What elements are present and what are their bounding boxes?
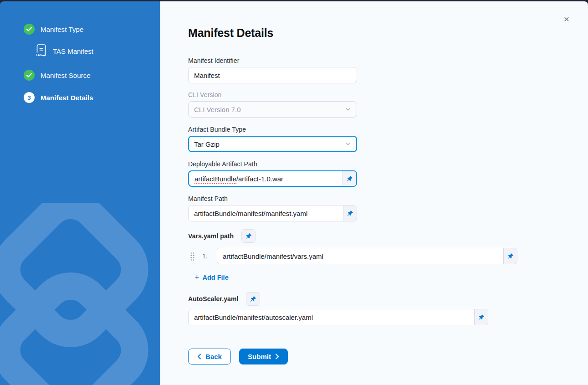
vars-yaml-header: Vars.yaml path — [188, 229, 588, 243]
vars-yaml-pin-button[interactable] — [241, 229, 256, 243]
submit-button[interactable]: Submit — [239, 349, 288, 364]
add-file-label: Add File — [203, 274, 229, 281]
chevron-down-icon — [345, 106, 351, 113]
step-number-badge: 3 — [24, 92, 35, 103]
misspelled-text: artifactBundle — [194, 175, 236, 184]
manifest-details-panel: × Manifest Details Manifest Identifier C… — [160, 1, 588, 385]
vars-yaml-input[interactable] — [217, 248, 503, 264]
submit-label: Submit — [248, 353, 271, 360]
cli-version-value: CLI Version 7.0 — [194, 106, 241, 113]
step-complete-check-icon — [24, 24, 35, 35]
cli-version-field: CLI Version CLI Version 7.0 — [188, 91, 357, 118]
pin-icon — [507, 253, 514, 260]
svg-text:TAS: TAS — [36, 53, 42, 56]
manifest-details-modal: Manifest Type TAS TAS Manifest — [0, 1, 588, 385]
chevron-left-icon — [197, 354, 201, 359]
autoscaler-label: AutoScaler.yaml — [188, 295, 238, 303]
autoscaler-input[interactable] — [189, 309, 474, 325]
page-title: Manifest Details — [188, 26, 588, 40]
deployable-artifact-path-input[interactable]: artifactBundle/artifact-1.0.war — [189, 171, 343, 186]
back-label: Back — [205, 353, 222, 360]
deployable-artifact-path-field: Deployable Artifact Path artifactBundle/… — [188, 160, 357, 187]
step-manifest-source[interactable]: Manifest Source — [24, 70, 160, 81]
autoscaler-header: AutoScaler.yaml — [188, 292, 588, 306]
step-label: Manifest Type — [41, 26, 83, 33]
autoscaler-pin-button[interactable] — [246, 292, 260, 306]
close-button[interactable]: × — [561, 13, 573, 25]
step-label: Manifest Source — [41, 72, 91, 79]
manifest-identifier-label: Manifest Identifier — [188, 57, 357, 64]
chevron-down-icon — [345, 141, 351, 147]
step-label: Manifest Details — [41, 94, 93, 102]
manifest-path-label: Manifest Path — [188, 195, 357, 202]
add-file-button[interactable]: + Add File — [194, 274, 229, 281]
manifest-identifier-input[interactable] — [188, 67, 357, 83]
plus-icon: + — [194, 274, 199, 281]
vars-yaml-row: 1. — [188, 248, 588, 264]
step-manifest-details[interactable]: 3 Manifest Details — [24, 92, 160, 103]
manifest-path-pin-button[interactable] — [343, 205, 357, 221]
chevron-right-icon — [275, 354, 279, 359]
sub-item-label: TAS Manifest — [53, 47, 93, 55]
artifact-bundle-type-label: Artifact Bundle Type — [188, 126, 357, 133]
deployable-artifact-path-label: Deployable Artifact Path — [188, 160, 357, 168]
step-manifest-type[interactable]: Manifest Type — [24, 24, 160, 35]
step-complete-check-icon — [24, 70, 35, 81]
vars-yaml-row-pin-button[interactable] — [503, 248, 517, 264]
artifact-bundle-type-field: Artifact Bundle Type Tar Gzip — [188, 126, 357, 152]
artifact-bundle-type-select[interactable]: Tar Gzip — [188, 136, 357, 152]
drag-handle[interactable] — [190, 252, 195, 261]
manifest-path-field: Manifest Path — [188, 195, 357, 221]
form-actions: Back Submit — [188, 349, 588, 364]
close-icon: × — [564, 14, 569, 24]
tas-manifest-file-icon: TAS — [36, 44, 47, 59]
pin-icon — [478, 314, 485, 321]
deployable-artifact-path-pin-button[interactable] — [343, 171, 356, 186]
manifest-identifier-field: Manifest Identifier — [188, 57, 357, 83]
pin-icon — [250, 296, 256, 303]
sub-item-tas-manifest: TAS TAS Manifest — [36, 44, 160, 59]
path-text: /artifact-1.0.war — [236, 175, 283, 183]
back-button[interactable]: Back — [188, 349, 231, 364]
autoscaler-input-pin-button[interactable] — [474, 309, 488, 325]
cli-version-select: CLI Version 7.0 — [188, 101, 357, 118]
cli-version-label: CLI Version — [188, 91, 357, 98]
vars-yaml-label: Vars.yaml path — [188, 232, 234, 240]
artifact-bundle-type-value: Tar Gzip — [194, 140, 220, 148]
pin-icon — [245, 233, 252, 240]
pin-icon — [347, 210, 353, 217]
manifest-path-input[interactable] — [189, 205, 343, 221]
row-index: 1. — [202, 252, 211, 260]
harness-logo-watermark — [0, 203, 160, 385]
pin-icon — [346, 175, 353, 182]
wizard-sidebar: Manifest Type TAS TAS Manifest — [0, 1, 160, 385]
